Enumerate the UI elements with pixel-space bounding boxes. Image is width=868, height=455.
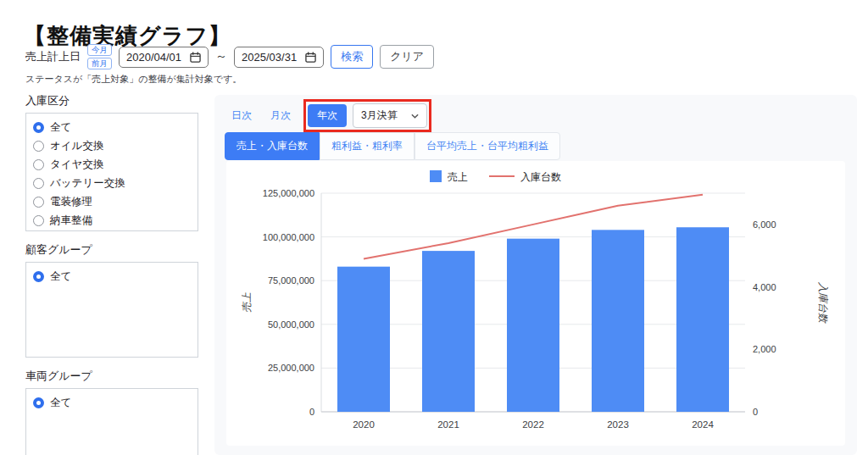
svg-text:2,000: 2,000 [753,344,776,354]
svg-text:2020: 2020 [353,419,375,430]
this-month-button[interactable]: 今月 [87,44,112,56]
radio-option[interactable]: 全て [33,267,191,286]
tab-gross-profit[interactable]: 粗利益・粗利率 [320,132,415,160]
svg-text:2023: 2023 [607,419,629,430]
radio-option-label: 全て [50,269,71,284]
radio-button[interactable] [33,271,44,282]
radio-option-label: バッテリー交換 [50,176,125,191]
radio-option[interactable]: オイル交換 [33,136,191,155]
radio-button[interactable] [33,141,44,152]
radio-option[interactable]: 全て [33,118,191,136]
section-title-customer-group: 顧客グループ [25,242,198,258]
status-note: ステータスが「売上対象」の整備が集計対象です。 [25,73,242,86]
svg-text:入庫台数: 入庫台数 [520,171,561,183]
radio-option[interactable]: 保証修理 [33,230,191,231]
fiscal-month-value: 3月決算 [361,108,398,123]
svg-text:6,000: 6,000 [753,219,776,230]
chevron-down-icon [411,114,419,119]
sales-entries-chart: 025,000,00050,000,00075,000,000100,000,0… [226,161,845,446]
svg-text:100,000,000: 100,000,000 [263,232,314,242]
radio-button[interactable] [33,197,44,208]
radio-button[interactable] [33,397,44,408]
period-tabs: 日次 月次 年次 3月決算 [225,103,427,128]
metric-tabs: 売上・入庫台数 粗利益・粗利率 台平均売上・台平均粗利益 [225,132,560,160]
radio-option[interactable]: 全て [33,393,191,412]
clear-button[interactable]: クリア [380,45,434,69]
tab-average-per-vehicle[interactable]: 台平均売上・台平均粗利益 [415,132,560,160]
radio-option[interactable]: 電装修理 [33,192,191,211]
svg-text:50,000,000: 50,000,000 [268,319,314,330]
filter-sidebar: 入庫区分 全てオイル交換タイヤ交換バッテリー交換電装修理納車整備保証修理その他整… [25,93,198,455]
svg-text:2024: 2024 [692,419,714,430]
date-from-value: 2020/04/01 [126,51,181,64]
range-separator: ～ [215,49,227,64]
radio-button[interactable] [33,178,44,189]
calendar-icon [190,52,201,63]
annotation-highlight: 年次 3月決算 [308,103,427,128]
calendar-icon [305,52,316,63]
search-button[interactable]: 検索 [331,45,373,69]
svg-text:75,000,000: 75,000,000 [268,275,314,286]
svg-text:売上: 売上 [241,292,253,313]
entry-category-listbox[interactable]: 全てオイル交換タイヤ交換バッテリー交換電装修理納車整備保証修理その他整備 [25,113,198,231]
radio-button[interactable] [33,159,44,170]
radio-option-label: タイヤ交換 [50,158,103,172]
radio-option[interactable]: バッテリー交換 [33,174,191,192]
customer-group-listbox[interactable]: 全て [25,262,198,358]
radio-button[interactable] [33,215,44,226]
radio-option-label: オイル交換 [50,139,103,153]
radio-option-label: 納車整備 [50,214,92,228]
svg-text:4,000: 4,000 [753,282,776,292]
radio-option-label: 全て [50,120,71,135]
month-shortcut-buttons: 今月 前月 [87,44,112,69]
date-to-value: 2025/03/31 [242,51,297,64]
tab-monthly[interactable]: 月次 [264,104,298,127]
svg-text:25,000,000: 25,000,000 [268,363,314,373]
chart-svg: 025,000,00050,000,00075,000,000100,000,0… [226,161,845,446]
date-to-input[interactable]: 2025/03/31 [234,47,324,68]
svg-text:0: 0 [309,407,314,417]
filter-bar: 売上計上日 今月 前月 2020/04/01 ～ 2025/03/31 検索 ク… [25,44,434,69]
graph-panel: 日次 月次 年次 3月決算 売上・入庫台数 粗利益・粗利率 台平均売上・台平均粗… [214,95,857,455]
section-title-entry-category: 入庫区分 [25,93,198,108]
radio-option-label: 電装修理 [50,195,92,209]
last-month-button[interactable]: 前月 [87,58,112,69]
radio-button[interactable] [33,122,44,133]
tab-daily[interactable]: 日次 [225,104,259,127]
svg-text:125,000,000: 125,000,000 [263,188,314,198]
date-range-label: 売上計上日 [25,49,81,64]
section-title-vehicle-group: 車両グループ [25,369,198,384]
svg-text:入庫台数: 入庫台数 [817,281,829,325]
date-from-input[interactable]: 2020/04/01 [119,47,209,68]
vehicle-group-listbox[interactable]: 全て [25,388,198,455]
svg-text:2021: 2021 [437,419,459,430]
tab-sales-entries[interactable]: 売上・入庫台数 [225,132,320,160]
radio-option-label: 全て [50,396,71,410]
svg-text:売上: 売上 [448,171,468,183]
radio-option[interactable]: 納車整備 [33,211,191,230]
svg-text:2022: 2022 [522,419,544,430]
fiscal-month-select[interactable]: 3月決算 [353,103,427,128]
svg-text:0: 0 [753,407,758,417]
radio-option[interactable]: タイヤ交換 [33,155,191,174]
tab-yearly[interactable]: 年次 [308,104,347,127]
